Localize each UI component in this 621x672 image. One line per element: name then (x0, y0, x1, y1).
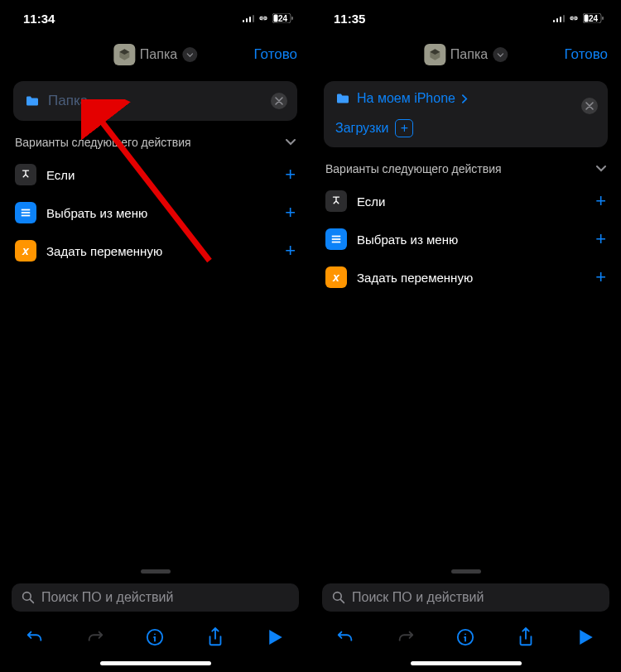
path-segment[interactable]: Загрузки (335, 121, 388, 136)
home-indicator[interactable] (100, 661, 211, 665)
link-icon (568, 14, 580, 22)
search-input[interactable]: Поиск ПО и действий (322, 583, 609, 612)
shortcut-icon (113, 44, 135, 65)
play-button[interactable] (258, 619, 294, 655)
chevron-down-icon[interactable] (182, 47, 197, 62)
status-bar: 11:34 24 (0, 0, 310, 36)
bottom-toolbar (310, 617, 621, 658)
undo-button[interactable] (17, 619, 53, 655)
chevron-right-icon (462, 94, 468, 103)
status-bar: 11:35 24 (310, 0, 621, 36)
nav-header: Папка Готово (0, 36, 310, 73)
svg-rect-6 (22, 215, 31, 217)
add-icon[interactable]: + (285, 202, 296, 223)
folder-placeholder: Папка (48, 93, 88, 109)
screen-left: 11:34 24 Папка Готово Папка Варианты сле… (0, 0, 310, 672)
suggestions-header[interactable]: Варианты следующего действия (310, 156, 621, 182)
page-title: Папка (140, 47, 177, 62)
add-icon[interactable]: + (285, 164, 296, 185)
menu-icon (325, 228, 347, 250)
svg-rect-4 (22, 209, 31, 211)
if-icon (325, 190, 347, 212)
info-button[interactable] (137, 619, 173, 655)
suggestions-title: Варианты следующего действия (325, 162, 502, 175)
add-icon[interactable]: + (595, 266, 606, 288)
share-button[interactable] (197, 619, 233, 655)
share-button[interactable] (508, 619, 544, 655)
battery-percent: 24 (589, 14, 598, 23)
variable-icon: x (325, 266, 347, 288)
add-path-button[interactable]: + (395, 119, 413, 137)
suggestion-if[interactable]: Если + (310, 182, 621, 220)
svg-rect-5 (22, 212, 31, 214)
menu-icon (15, 202, 36, 223)
clear-button[interactable] (581, 98, 598, 114)
add-icon[interactable]: + (595, 228, 606, 250)
nav-header: Папка Готово (310, 36, 621, 73)
done-button[interactable]: Готово (254, 46, 298, 63)
sheet-grabber[interactable] (451, 569, 481, 574)
variable-icon: x (15, 240, 36, 262)
redo-button (388, 619, 424, 655)
suggestion-label: Выбрать из меню (46, 206, 147, 220)
svg-rect-12 (602, 17, 604, 20)
chevron-down-icon (596, 166, 606, 172)
search-icon (22, 591, 35, 604)
suggestion-choose[interactable]: Выбрать из меню + (0, 194, 310, 232)
info-button[interactable] (447, 619, 484, 655)
folder-action-card[interactable]: На моем iPhone Загрузки + (324, 81, 608, 147)
suggestion-setvar[interactable]: x Задать переменную + (310, 258, 621, 296)
search-input[interactable]: Поиск ПО и действий (12, 583, 299, 612)
header-title-group[interactable]: Папка (424, 44, 508, 65)
suggestion-choose[interactable]: Выбрать из меню + (310, 220, 621, 258)
suggestion-label: Если (357, 194, 385, 209)
svg-rect-15 (332, 242, 341, 243)
svg-rect-9 (571, 17, 576, 18)
signal-icon (243, 14, 254, 22)
play-button[interactable] (568, 619, 604, 655)
chevron-down-icon[interactable] (493, 47, 508, 62)
svg-rect-14 (332, 238, 341, 240)
suggestion-label: Если (46, 168, 75, 182)
clear-button[interactable] (271, 93, 287, 109)
svg-rect-13 (332, 236, 341, 238)
signal-icon (553, 14, 565, 22)
suggestion-label: Выбрать из меню (357, 233, 458, 247)
link-icon (258, 14, 269, 22)
svg-point-16 (334, 593, 342, 601)
shortcut-icon (424, 44, 445, 65)
svg-point-7 (23, 593, 31, 601)
undo-button[interactable] (327, 619, 363, 655)
battery-percent: 24 (278, 14, 287, 23)
home-indicator[interactable] (411, 661, 522, 665)
folder-action-card[interactable]: Папка (13, 81, 297, 121)
status-right: 24 (243, 13, 294, 23)
suggestion-label: Задать переменную (357, 271, 473, 285)
status-time: 11:34 (23, 12, 55, 26)
suggestions-header[interactable]: Варианты следующего действия (0, 129, 310, 156)
search-placeholder: Поиск ПО и действий (352, 590, 484, 605)
search-icon (332, 591, 345, 604)
if-icon (15, 164, 36, 185)
add-icon[interactable]: + (285, 240, 296, 262)
redo-button (77, 619, 113, 655)
suggestion-label: Задать переменную (46, 244, 162, 258)
svg-rect-2 (274, 15, 278, 22)
suggestion-setvar[interactable]: x Задать переменную + (0, 232, 310, 270)
chevron-down-icon (286, 139, 296, 146)
sheet-grabber[interactable] (141, 569, 171, 574)
bottom-toolbar (0, 617, 310, 658)
suggestions-title: Варианты следующего действия (15, 136, 191, 149)
suggestion-if[interactable]: Если + (0, 156, 310, 194)
svg-rect-0 (261, 17, 266, 18)
screen-right: 11:35 24 Папка Готово На моем iPhone Заг… (310, 0, 621, 672)
folder-icon (25, 95, 40, 107)
page-title: Папка (450, 47, 488, 62)
path-segment[interactable]: На моем iPhone (357, 91, 455, 106)
add-icon[interactable]: + (595, 190, 606, 212)
done-button[interactable]: Готово (565, 46, 609, 63)
search-placeholder: Поиск ПО и действий (41, 590, 173, 605)
svg-rect-3 (291, 17, 293, 20)
header-title-group[interactable]: Папка (113, 44, 197, 65)
svg-rect-11 (585, 15, 589, 22)
